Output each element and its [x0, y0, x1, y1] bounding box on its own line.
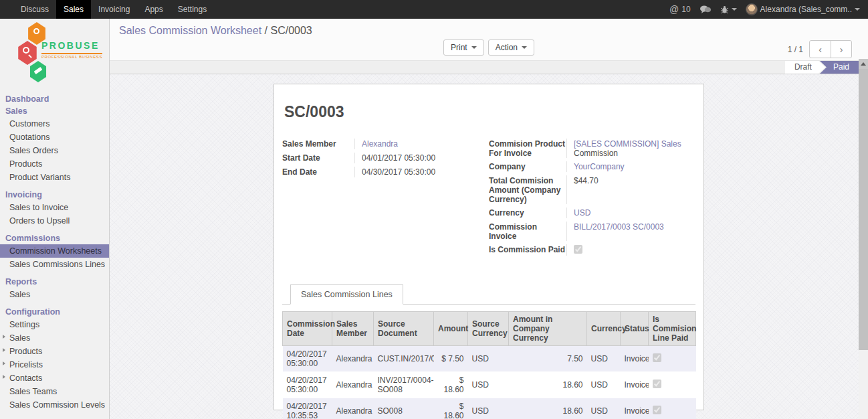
breadcrumb-parent[interactable]: Sales Commission Worksheet — [119, 25, 261, 36]
sidebar-header-configuration[interactable]: Configuration — [0, 306, 109, 318]
sidebar-item-config-sales[interactable]: Sales — [0, 331, 109, 345]
sidebar-header-commissions[interactable]: Commissions — [0, 232, 109, 244]
line-paid-checkbox[interactable] — [653, 406, 661, 414]
vertical-scrollbar[interactable] — [859, 59, 868, 419]
cell-source: INV/2017/0004-SO008 — [374, 372, 434, 398]
field-label-commission-invoice: Commission Invoice — [489, 222, 566, 241]
sidebar-item-sales-to-invoice[interactable]: Sales to Invoice — [0, 201, 109, 214]
field-value-company[interactable]: YourCompany — [574, 162, 625, 171]
form-sheet: SC/0003 Sales Member Alexandra Start Dat… — [274, 84, 704, 410]
cell-member: Alexandra — [332, 346, 374, 372]
menu-apps[interactable]: Apps — [137, 0, 170, 19]
chevron-down-icon — [522, 46, 527, 49]
mentions-counter[interactable]: @ 10 — [669, 4, 691, 15]
col-amount[interactable]: Amount — [434, 312, 468, 346]
line-paid-checkbox[interactable] — [653, 380, 661, 388]
sidebar-item-config-products[interactable]: Products — [0, 345, 109, 358]
cell-date: 04/20/2017 10:35:53 — [283, 398, 332, 419]
print-button[interactable]: Print — [443, 39, 484, 56]
cell-amount: $ 18.60 — [434, 372, 468, 398]
main-panel: Sales Commission Worksheet / SC/0003 Pri… — [110, 19, 868, 419]
col-source-document[interactable]: Source Document — [374, 312, 434, 346]
table-header-row: Commission Date Sales Member Source Docu… — [283, 312, 696, 346]
table-row[interactable]: 04/20/2017 05:30:00 Alexandra INV/2017/0… — [283, 372, 696, 398]
menu-sales[interactable]: Sales — [56, 0, 91, 19]
cell-source: SO008 — [374, 398, 434, 419]
sidebar-item-sales-orders[interactable]: Sales Orders — [0, 144, 109, 157]
sidebar-item-sales-commissions-lines[interactable]: Sales Commissions Lines — [0, 258, 109, 271]
field-value-commission-product[interactable]: [SALES COMMISSION] Sales — [574, 139, 681, 149]
at-icon: @ — [669, 4, 679, 15]
status-draft[interactable]: Draft — [785, 61, 825, 74]
action-button[interactable]: Action — [488, 39, 534, 56]
cell-member: Alexandra — [332, 398, 374, 419]
field-value-currency[interactable]: USD — [574, 208, 590, 218]
col-commission-date[interactable]: Commission Date — [283, 312, 332, 346]
sidebar-item-sales-commission-levels[interactable]: Sales Commission Levels — [0, 398, 109, 412]
sidebar-item-settings[interactable]: Settings — [0, 318, 109, 331]
menu-invoicing[interactable]: Invoicing — [91, 0, 137, 19]
col-status[interactable]: Status — [621, 312, 649, 346]
field-label-end-date: End Date — [282, 167, 354, 177]
pager-previous-button[interactable]: ‹ — [810, 41, 831, 58]
field-group-right: Commision Product For Invoice [SALES COM… — [489, 139, 695, 259]
table-row[interactable]: 04/20/2017 10:35:53 Alexandra SO008 $ 18… — [283, 398, 696, 419]
col-amount-company-currency[interactable]: Amount in Company Currency — [509, 312, 587, 346]
sidebar-item-config-contacts[interactable]: Contacts — [0, 371, 109, 385]
chevron-down-icon — [855, 8, 860, 11]
field-value-commission-invoice[interactable]: BILL/2017/0003 SC/0003 — [574, 222, 664, 232]
sidebar-item-orders-to-upsell[interactable]: Orders to Upsell — [0, 214, 109, 228]
sidebar-header-invoicing[interactable]: Invoicing — [0, 189, 109, 201]
logo-hex-tool — [29, 61, 47, 82]
expand-caret-icon — [3, 348, 5, 352]
col-currency[interactable]: Currency — [587, 312, 621, 346]
sidebar-header-reports[interactable]: Reports — [0, 276, 109, 288]
logo-title: PROBUSE — [41, 40, 100, 51]
field-value-commission-product-rest: Commission — [574, 149, 618, 158]
cell-date: 04/20/2017 05:30:00 — [283, 346, 332, 372]
cell-currency: USD — [587, 398, 621, 419]
pager-next-button[interactable]: › — [831, 41, 851, 58]
col-source-currency[interactable]: Source Currency — [468, 312, 509, 346]
sidebar-header-dashboard[interactable]: Dashboard — [0, 93, 109, 105]
sidebar-item-product-variants[interactable]: Product Variants — [0, 171, 109, 184]
field-label-company: Company — [489, 161, 566, 172]
messages-icon[interactable] — [699, 5, 712, 14]
control-panel: Print Action 1 / 1 ‹ › — [110, 38, 868, 60]
status-paid[interactable]: Paid — [820, 61, 859, 74]
scroll-up-button[interactable] — [859, 59, 868, 69]
table-row[interactable]: 04/20/2017 05:30:00 Alexandra CUST.IN/20… — [283, 346, 696, 372]
field-label-sales-member: Sales Member — [282, 139, 354, 149]
tab-sales-commission-lines[interactable]: Sales Commission Lines — [290, 284, 403, 305]
user-name: Alexandra (Sales_comm.. — [760, 5, 852, 14]
chevron-down-icon — [471, 46, 477, 49]
arrow-up-icon — [861, 62, 866, 66]
cell-status: Invoiced — [621, 372, 649, 398]
sidebar-item-products[interactable]: Products — [0, 157, 109, 171]
sidebar-item-quotations[interactable]: Quotations — [0, 131, 109, 144]
breadcrumb: Sales Commission Worksheet / SC/0003 — [110, 19, 868, 38]
menu-settings[interactable]: Settings — [171, 0, 214, 19]
systray: @ 10 Alexandra (Sales_comm.. — [669, 3, 868, 15]
user-menu[interactable]: Alexandra (Sales_comm.. — [746, 3, 860, 15]
sidebar-item-sales-teams[interactable]: Sales Teams — [0, 385, 109, 398]
scrollbar-thumb[interactable] — [859, 69, 868, 350]
sidebar-item-reports-sales[interactable]: Sales — [0, 288, 109, 301]
sidebar-item-commission-worksheets[interactable]: Commission Worksheets — [0, 244, 109, 258]
debug-menu[interactable] — [720, 5, 737, 14]
bug-icon — [720, 5, 729, 14]
sidebar-item-customers[interactable]: Customers — [0, 117, 109, 131]
cell-source: CUST.IN/2017/0001 — [374, 346, 434, 372]
status-bar: Draft Paid — [110, 60, 868, 74]
field-value-sales-member[interactable]: Alexandra — [362, 139, 398, 149]
col-sales-member[interactable]: Sales Member — [332, 312, 374, 346]
field-value-start-date: 04/01/2017 05:30:00 — [354, 153, 474, 163]
field-value-total-commission: $44.70 — [566, 175, 695, 204]
field-label-total-commission: Total Commision Amount (Company Currency… — [489, 175, 566, 204]
sidebar-item-config-pricelists[interactable]: Pricelists — [0, 358, 109, 371]
is-commission-paid-checkbox[interactable] — [574, 245, 582, 254]
menu-discuss[interactable]: Discuss — [13, 0, 56, 19]
sidebar-header-sales[interactable]: Sales — [0, 105, 109, 117]
line-paid-checkbox[interactable] — [653, 353, 661, 362]
col-is-commission-line-paid[interactable]: Is Commision Line Paid — [649, 312, 696, 346]
